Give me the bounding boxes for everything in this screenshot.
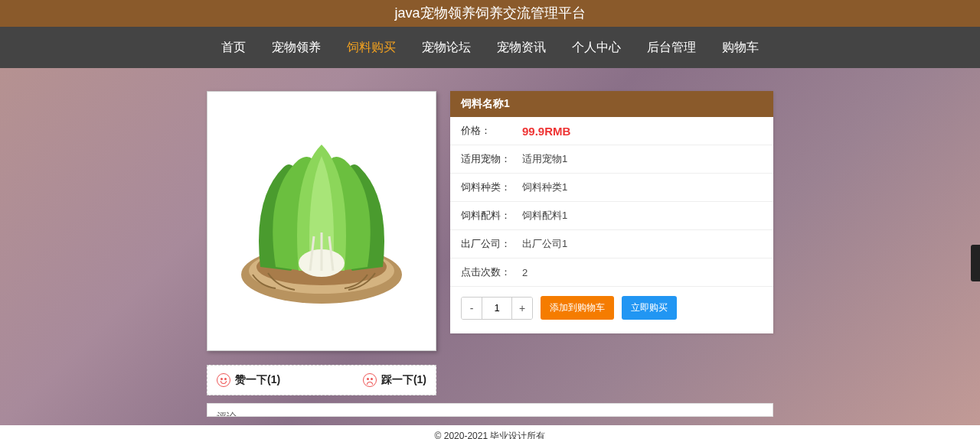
- comment-section: 评论: [207, 403, 773, 417]
- row-price: 价格： 99.9RMB: [450, 117, 773, 145]
- row-clicks: 点击次数： 2: [450, 259, 773, 287]
- app-title: java宠物领养饲养交流管理平台: [394, 5, 585, 21]
- nav-adoption[interactable]: 宠物领养: [270, 37, 322, 59]
- product-image-card: [207, 91, 436, 351]
- footer-text: © 2020-2021 毕业设计所有: [435, 431, 546, 439]
- row-suitable-pet: 适用宠物： 适用宠物1: [450, 145, 773, 174]
- like-button[interactable]: 赞一下(1): [217, 373, 322, 387]
- row-ingredients: 饲料配料： 饲料配料1: [450, 202, 773, 230]
- footer: © 2020-2021 毕业设计所有: [0, 425, 980, 439]
- nav-home[interactable]: 首页: [220, 37, 247, 59]
- like-label: 赞一下(1): [235, 373, 280, 387]
- nav-cart[interactable]: 购物车: [720, 37, 760, 59]
- nav-feed-purchase[interactable]: 饲料购买: [345, 37, 397, 59]
- nav-news[interactable]: 宠物资讯: [495, 37, 547, 59]
- qty-decrement-button[interactable]: -: [462, 298, 482, 319]
- product-title: 饲料名称1: [450, 91, 773, 117]
- qty-input[interactable]: [482, 298, 512, 319]
- qty-increment-button[interactable]: +: [512, 298, 532, 319]
- reaction-row: 赞一下(1) 踩一下(1): [207, 365, 436, 395]
- lettuce-in-basket-icon: [222, 122, 421, 320]
- price-value: 99.9RMB: [522, 125, 570, 138]
- action-row: - + 添加到购物车 立即购买: [450, 287, 773, 333]
- quantity-stepper: - +: [461, 297, 533, 320]
- row-company: 出厂公司： 出厂公司1: [450, 230, 773, 259]
- smile-icon: [217, 373, 230, 387]
- side-tab-handle[interactable]: [971, 245, 980, 281]
- dislike-label: 踩一下(1): [381, 373, 426, 387]
- nav-admin[interactable]: 后台管理: [645, 37, 697, 59]
- buy-now-button[interactable]: 立即购买: [622, 296, 677, 320]
- nav-forum[interactable]: 宠物论坛: [420, 37, 472, 59]
- add-to-cart-button[interactable]: 添加到购物车: [541, 296, 614, 320]
- row-feed-type: 饲料种类： 饲料种类1: [450, 174, 773, 202]
- comment-header: 评论: [217, 411, 237, 417]
- app-title-bar: java宠物领养饲养交流管理平台: [0, 0, 980, 27]
- nav-user-center[interactable]: 个人中心: [570, 37, 622, 59]
- frown-icon: [363, 373, 377, 387]
- product-detail-panel: 饲料名称1 价格： 99.9RMB 适用宠物： 适用宠物1 饲料种类： 饲料种类…: [450, 91, 773, 333]
- dislike-button[interactable]: 踩一下(1): [322, 373, 426, 387]
- main-nav: 首页 宠物领养 饲料购买 宠物论坛 宠物资讯 个人中心 后台管理 购物车: [0, 27, 980, 68]
